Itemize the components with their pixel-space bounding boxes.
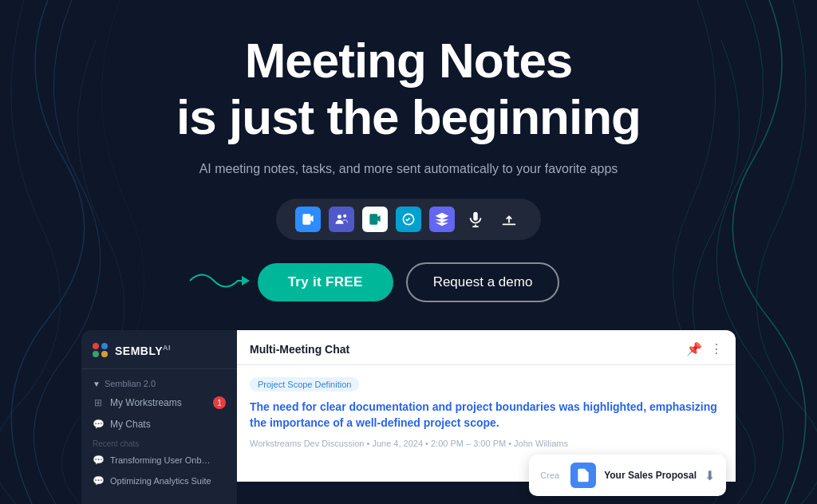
svg-rect-3: [473, 211, 478, 220]
chat-icon: 💬: [93, 419, 104, 430]
chat-header: Multi-Meeting Chat 📌 ⋮: [237, 330, 736, 365]
sidebar: SEMBLYAI ▼ Semblian 2.0 ⊞ My Workstreams…: [81, 330, 237, 504]
chat-body: Project Scope Definition The need for cl…: [237, 365, 736, 459]
svg-point-1: [343, 214, 346, 217]
upload-icon: [496, 207, 522, 232]
chat-panel: Multi-Meeting Chat 📌 ⋮ Project Scope Def…: [237, 330, 736, 482]
logo-text: SEMBLYAI: [115, 344, 171, 357]
doc-notification: Crea Your Sales Proposal ⬇: [529, 455, 726, 482]
svg-marker-7: [242, 276, 250, 285]
sidebar-item-chats[interactable]: 💬 My Chats: [81, 414, 237, 435]
other-icon: [429, 207, 455, 232]
download-icon[interactable]: ⬇: [705, 468, 715, 482]
chat-header-actions: 📌 ⋮: [686, 341, 723, 356]
chat-meta: Workstreams Dev Discussion • June 4, 202…: [250, 439, 723, 448]
arrow-decoration: [186, 265, 250, 300]
dot-green: [93, 351, 99, 357]
logo-dots: [93, 343, 109, 357]
meet-icon: [362, 207, 388, 232]
tag-chip: Project Scope Definition: [250, 377, 359, 392]
grid-icon: ⊞: [93, 397, 104, 408]
more-options-icon[interactable]: ⋮: [710, 341, 723, 356]
dot-yellow: [101, 351, 108, 357]
request-demo-button[interactable]: Request a demo: [406, 262, 560, 302]
svg-rect-6: [503, 223, 516, 225]
chat-recent-icon-2: 💬: [93, 475, 104, 486]
app-icons-row: [276, 199, 541, 240]
doc-title: Your Sales Proposal: [604, 470, 697, 481]
svg-point-0: [337, 215, 341, 219]
sidebar-recent-item-1[interactable]: 💬 Transforming User Onboarding: [81, 450, 237, 471]
app-preview: SEMBLYAI ▼ Semblian 2.0 ⊞ My Workstreams…: [81, 330, 736, 504]
hero-title: Meeting Notes is just the beginning: [176, 32, 641, 146]
dot-blue: [101, 343, 108, 349]
hero-subtitle: AI meeting notes, tasks, and more sent a…: [199, 162, 618, 176]
chat-recent-icon-1: 💬: [93, 455, 104, 466]
chat-message: The need for clear documentation and pro…: [250, 400, 723, 431]
sidebar-logo: SEMBLYAI: [81, 343, 237, 369]
workstreams-badge: 1: [213, 396, 226, 409]
try-free-button[interactable]: Try it FREE: [258, 263, 393, 301]
mic-icon: [463, 207, 488, 232]
cta-area: Try it FREE Request a demo: [258, 262, 560, 302]
doc-icon: [570, 463, 596, 482]
pin-icon[interactable]: 📌: [686, 341, 702, 356]
chat-panel-title: Multi-Meeting Chat: [250, 343, 349, 356]
zoom-icon: [295, 207, 321, 232]
create-label: Crea: [540, 471, 559, 480]
hero-section: Meeting Notes is just the beginning AI m…: [0, 0, 817, 331]
teams-icon: [329, 207, 354, 232]
webex-icon: [396, 207, 421, 232]
recent-chats-label: Recent chats: [81, 435, 237, 450]
sidebar-recent-item-2[interactable]: 💬 Optimizing Analytics Suite: [81, 471, 237, 491]
sidebar-item-workstreams[interactable]: ⊞ My Workstreams 1: [81, 392, 237, 414]
sidebar-version: ▼ Semblian 2.0: [81, 376, 237, 392]
dot-red: [93, 343, 99, 349]
